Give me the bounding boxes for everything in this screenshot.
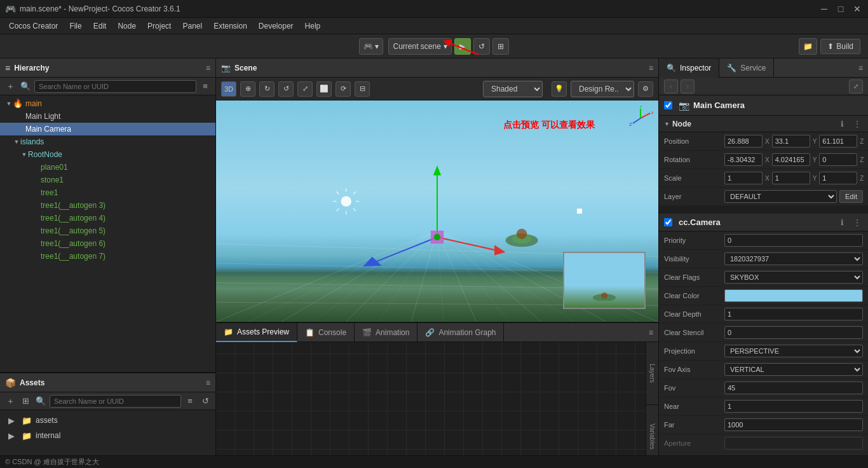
gizmo-rotate-button[interactable]: ↻ bbox=[259, 81, 275, 97]
component-enable-checkbox[interactable] bbox=[664, 101, 672, 109]
tab-service[interactable]: 🔧 Service bbox=[719, 59, 774, 78]
grid-button[interactable]: ⊞ bbox=[492, 38, 509, 55]
nav-back-button[interactable]: ‹ bbox=[664, 79, 678, 93]
light-button[interactable]: 💡 bbox=[552, 81, 567, 97]
refresh-button[interactable]: ↺ bbox=[473, 38, 490, 55]
gizmo-global-button[interactable]: ⊟ bbox=[355, 81, 370, 97]
tree-item-tree1[interactable]: tree1 bbox=[0, 186, 215, 199]
asset-item-assets[interactable]: ▶ 📁 assets bbox=[0, 413, 215, 428]
tab-inspector[interactable]: 🔍 Inspector bbox=[659, 59, 719, 78]
tree-item-tree1-ag4[interactable]: tree1(__autogen 4) bbox=[0, 212, 215, 224]
gizmo-scale-button[interactable]: ⤢ bbox=[297, 81, 313, 97]
assets-search-input[interactable] bbox=[50, 395, 181, 408]
scale-y-input[interactable] bbox=[772, 172, 810, 184]
minimize-button[interactable]: ─ bbox=[818, 3, 830, 15]
gizmo-undo-button[interactable]: ↺ bbox=[278, 81, 294, 97]
tree-item-islands[interactable]: ▼ islands bbox=[0, 135, 215, 148]
tree-item-stone1[interactable]: stone1 bbox=[0, 174, 215, 186]
rotation-x-input[interactable] bbox=[724, 153, 763, 166]
build-button[interactable]: ⬆ Build bbox=[820, 39, 860, 54]
camera-enable-checkbox[interactable] bbox=[664, 218, 672, 226]
tree-item-main-light[interactable]: Main Light bbox=[0, 110, 215, 123]
camera-more-button[interactable]: ⋮ bbox=[851, 217, 863, 228]
menu-panel[interactable]: Panel bbox=[177, 20, 207, 32]
tree-item-plane01[interactable]: plane01 bbox=[0, 161, 215, 174]
tree-item-main[interactable]: ▼ 🔥 main bbox=[0, 97, 215, 110]
assets-add-button[interactable]: ＋ bbox=[4, 395, 17, 408]
shaded-dropdown[interactable]: Shaded Wireframe Unlit bbox=[483, 81, 543, 97]
hierarchy-add-button[interactable]: ＋ bbox=[4, 80, 17, 93]
layer-select[interactable]: DEFAULT bbox=[724, 190, 837, 203]
gizmo-move-button[interactable]: ⊕ bbox=[240, 81, 255, 97]
fov-input[interactable] bbox=[724, 382, 863, 394]
node-section-header[interactable]: ▼ Node ℹ ⋮ bbox=[659, 116, 868, 132]
menu-help[interactable]: Help bbox=[300, 20, 326, 32]
position-x-input[interactable] bbox=[724, 135, 763, 148]
tree-item-main-camera[interactable]: Main Camera bbox=[0, 123, 215, 135]
tab-console[interactable]: 📋 Console bbox=[297, 323, 355, 342]
hierarchy-menu-button[interactable]: ≡ bbox=[206, 64, 210, 72]
inspector-menu-button[interactable]: ≡ bbox=[858, 64, 863, 72]
menu-developer[interactable]: Developer bbox=[254, 20, 299, 32]
node-more-button[interactable]: ⋮ bbox=[851, 118, 863, 130]
design-resolution-dropdown[interactable]: Design Re... bbox=[571, 81, 634, 97]
menu-file[interactable]: File bbox=[64, 20, 86, 32]
bottom-panel-menu-button[interactable]: ≡ bbox=[649, 328, 653, 337]
menu-extension[interactable]: Extension bbox=[208, 20, 252, 32]
gizmo-anchor-button[interactable]: ⟳ bbox=[336, 81, 351, 97]
visibility-select[interactable]: 1820327937 bbox=[724, 252, 863, 265]
tree-arrow-main[interactable]: ▼ bbox=[5, 100, 13, 107]
position-y-input[interactable] bbox=[772, 135, 810, 148]
tab-animation[interactable]: 🎬 Animation bbox=[355, 323, 417, 342]
fov-axis-select[interactable]: VERTICAL HORIZONTAL bbox=[724, 363, 863, 376]
tree-item-tree1-ag5[interactable]: tree1(__autogen 5) bbox=[0, 224, 215, 237]
near-input[interactable] bbox=[724, 400, 863, 413]
tab-assets-preview[interactable]: 📁 Assets Preview bbox=[216, 323, 297, 342]
side-label-layers[interactable]: Layers bbox=[646, 342, 658, 405]
clear-depth-input[interactable] bbox=[724, 308, 863, 320]
folder-button[interactable]: 📁 bbox=[799, 38, 817, 55]
menu-project[interactable]: Project bbox=[142, 20, 176, 32]
far-input[interactable] bbox=[724, 418, 863, 431]
asset-arrow-assets[interactable]: ▶ bbox=[5, 414, 18, 427]
scene-settings-button[interactable]: ⚙ bbox=[638, 81, 653, 97]
aperture-input[interactable] bbox=[724, 437, 863, 450]
priority-input[interactable] bbox=[724, 234, 863, 247]
tree-item-tree1-ag7[interactable]: tree1(__autogen 7) bbox=[0, 250, 215, 263]
tree-item-tree1-ag6[interactable]: tree1(__autogen 6) bbox=[0, 237, 215, 250]
layer-edit-button[interactable]: Edit bbox=[839, 190, 863, 203]
gizmo-rect-button[interactable]: ⬜ bbox=[316, 81, 332, 97]
clear-flags-select[interactable]: SKYBOX SOLID_COLOR DEPTH_ONLY DONT_CLEAR bbox=[724, 271, 863, 284]
current-scene-dropdown[interactable]: Current scene ▾ bbox=[388, 38, 451, 55]
assets-sort-button[interactable]: ⊞ bbox=[19, 395, 32, 408]
clear-stencil-input[interactable] bbox=[724, 326, 863, 339]
hierarchy-search-input[interactable] bbox=[34, 80, 196, 93]
clear-color-swatch[interactable] bbox=[724, 289, 863, 302]
nav-expand-button[interactable]: ⤢ bbox=[849, 79, 863, 93]
scale-z-input[interactable] bbox=[819, 172, 857, 184]
tree-item-tree1-ag3[interactable]: tree1(__autogen 3) bbox=[0, 199, 215, 212]
assets-menu-button[interactable]: ≡ bbox=[206, 378, 210, 387]
rotation-y-input[interactable] bbox=[772, 153, 810, 166]
assets-list-view-button[interactable]: ≡ bbox=[184, 395, 196, 408]
tab-animation-graph[interactable]: 🔗 Animation Graph bbox=[417, 323, 504, 342]
camera-info-button[interactable]: ℹ bbox=[836, 217, 848, 228]
projection-select[interactable]: PERSPECTIVE ORTHO bbox=[724, 345, 863, 357]
nav-forward-button[interactable]: › bbox=[681, 79, 695, 93]
hierarchy-list-view-button[interactable]: ≡ bbox=[199, 80, 212, 93]
menu-edit[interactable]: Edit bbox=[88, 20, 112, 32]
assets-refresh-button[interactable]: ↺ bbox=[199, 395, 212, 408]
preview-btn[interactable]: 🎮 ▾ bbox=[359, 38, 383, 55]
menu-node[interactable]: Node bbox=[112, 20, 141, 32]
tree-arrow-islands[interactable]: ▼ bbox=[13, 139, 20, 145]
mode-3d-button[interactable]: 3D bbox=[221, 81, 236, 97]
rotation-z-input[interactable] bbox=[819, 153, 857, 166]
asset-item-internal[interactable]: ▶ 📁 internal bbox=[0, 428, 215, 443]
scene-menu-button[interactable]: ≡ bbox=[649, 64, 653, 72]
gizmo-handle[interactable] bbox=[577, 209, 582, 214]
position-z-input[interactable] bbox=[819, 135, 857, 148]
tree-arrow-rootnode[interactable]: ▼ bbox=[20, 151, 28, 158]
maximize-button[interactable]: □ bbox=[835, 3, 846, 15]
play-button[interactable]: ▶ bbox=[454, 38, 471, 55]
node-info-button[interactable]: ℹ bbox=[836, 118, 848, 130]
